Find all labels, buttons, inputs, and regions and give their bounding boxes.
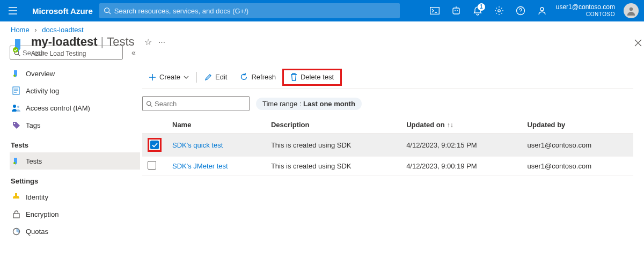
- time-range-filter[interactable]: Time range : Last one month: [256, 98, 362, 110]
- global-search[interactable]: [99, 3, 400, 18]
- nav-label: Tags: [26, 121, 40, 129]
- col-updated-on[interactable]: Updated on↑↓: [401, 116, 522, 134]
- notifications-button[interactable]: 1: [467, 0, 488, 21]
- list-search-input[interactable]: [152, 99, 246, 108]
- nav-quotas[interactable]: Quotas: [10, 223, 140, 240]
- main-pane: my-loadtest | Tests ☆ ⋯ Azure Load Testi…: [142, 38, 644, 278]
- overview-icon: [12, 69, 20, 78]
- resource-icon: [10, 37, 27, 54]
- cloud-shell-button[interactable]: [424, 0, 445, 21]
- refresh-button[interactable]: Refresh: [233, 69, 282, 86]
- activity-icon: [12, 86, 20, 95]
- nav-overview[interactable]: Overview: [10, 65, 140, 82]
- left-pane: « Overview Activity log Access control (…: [0, 38, 142, 278]
- resource-header: my-loadtest | Tests ☆ ⋯ Azure Load Testi…: [10, 35, 633, 57]
- svg-point-5: [498, 10, 500, 12]
- tags-icon: [12, 121, 20, 129]
- refresh-label: Refresh: [251, 73, 276, 81]
- help-icon: [516, 6, 525, 16]
- svg-point-12: [13, 105, 16, 108]
- test-name-link[interactable]: SDK's quick test: [172, 141, 223, 149]
- svg-rect-16: [13, 214, 19, 218]
- nav-encryption[interactable]: Encryption: [10, 205, 140, 223]
- svg-point-13: [17, 106, 19, 108]
- settings-button[interactable]: [488, 0, 510, 21]
- nav-iam[interactable]: Access control (IAM): [10, 99, 140, 116]
- nav-activity-log[interactable]: Activity log: [10, 82, 140, 99]
- svg-point-18: [13, 47, 18, 53]
- chevron-down-icon: [184, 76, 189, 79]
- row-checkbox[interactable]: [148, 161, 156, 170]
- test-name-link[interactable]: SDK's JMeter test: [172, 162, 228, 170]
- nav-label: Tests: [26, 157, 42, 165]
- trash-icon: [290, 73, 297, 81]
- nav-group-settings: Settings: [10, 170, 140, 188]
- copilot-button[interactable]: [445, 0, 467, 21]
- feedback-button[interactable]: [531, 0, 553, 21]
- avatar[interactable]: [624, 3, 639, 18]
- close-blade-button[interactable]: [634, 39, 642, 49]
- toolbar-sep: [196, 72, 197, 83]
- table-row[interactable]: SDK's JMeter test This is created using …: [142, 157, 633, 176]
- search-icon: [104, 7, 111, 14]
- breadcrumb-sep: ›: [31, 26, 40, 34]
- iam-icon: [12, 104, 20, 112]
- filter-row: Time range : Last one month: [142, 96, 633, 111]
- menu-icon: [9, 7, 17, 14]
- cloud-shell-icon: [430, 7, 440, 14]
- svg-point-10: [13, 75, 16, 77]
- delete-label: Delete test: [301, 73, 334, 81]
- time-range-label: Time range :: [262, 100, 303, 108]
- hamburger-menu[interactable]: [0, 0, 26, 21]
- lock-icon: [12, 210, 20, 218]
- refresh-icon: [240, 73, 248, 81]
- nav-label: Quotas: [26, 227, 48, 236]
- svg-rect-2: [453, 8, 459, 14]
- nav-tags[interactable]: Tags: [10, 116, 140, 134]
- col-updated-by[interactable]: Updated by: [522, 116, 633, 134]
- edit-label: Edit: [215, 73, 227, 81]
- nav-tests[interactable]: Tests: [10, 152, 140, 170]
- nav-identity[interactable]: Identity: [10, 188, 140, 205]
- col-description[interactable]: Description: [266, 116, 401, 134]
- close-icon: [634, 39, 642, 47]
- list-search[interactable]: [142, 96, 250, 111]
- svg-point-4: [457, 10, 458, 11]
- nav-label: Identity: [26, 193, 48, 201]
- quota-icon: [12, 227, 20, 236]
- page-section: Tests: [107, 35, 134, 49]
- azure-header: Microsoft Azure 1 user1@contoso.com CONT…: [0, 0, 644, 21]
- nav-label: Activity log: [26, 87, 59, 95]
- svg-point-7: [540, 8, 544, 11]
- breadcrumb-resource[interactable]: docs-loadtest: [42, 26, 83, 34]
- time-range-value: Last one month: [303, 100, 355, 108]
- svg-point-15: [13, 162, 16, 164]
- brand-label[interactable]: Microsoft Azure: [26, 6, 99, 16]
- row-checkbox[interactable]: [150, 141, 159, 149]
- more-button[interactable]: ⋯: [158, 38, 165, 46]
- page-title-row: my-loadtest | Tests ☆ ⋯: [31, 35, 165, 49]
- test-updated-by: user1@contoso.com: [522, 157, 633, 176]
- plus-icon: [149, 74, 156, 81]
- breadcrumb-home[interactable]: Home: [11, 26, 30, 34]
- global-search-wrap: [99, 3, 400, 18]
- svg-point-19: [147, 101, 151, 106]
- edit-button[interactable]: Edit: [198, 69, 233, 86]
- nav-list: Overview Activity log Access control (IA…: [10, 65, 140, 240]
- account-tenant: CONTOSO: [586, 11, 615, 18]
- test-description: This is created using SDK: [266, 157, 401, 176]
- feedback-icon: [537, 6, 547, 16]
- delete-test-button[interactable]: Delete test: [282, 69, 342, 86]
- global-search-input[interactable]: [111, 6, 396, 16]
- nav-label: Access control (IAM): [26, 104, 90, 112]
- table-row[interactable]: SDK's quick test This is created using S…: [142, 134, 633, 157]
- create-button[interactable]: Create: [142, 69, 195, 86]
- copilot-icon: [452, 6, 460, 16]
- help-button[interactable]: [510, 0, 531, 21]
- favorite-button[interactable]: ☆: [144, 37, 152, 47]
- col-name[interactable]: Name: [167, 116, 266, 134]
- svg-rect-1: [430, 8, 439, 14]
- tests-icon: [12, 157, 20, 165]
- notification-badge: 1: [478, 3, 485, 11]
- account-block[interactable]: user1@contoso.com CONTOSO: [553, 3, 618, 18]
